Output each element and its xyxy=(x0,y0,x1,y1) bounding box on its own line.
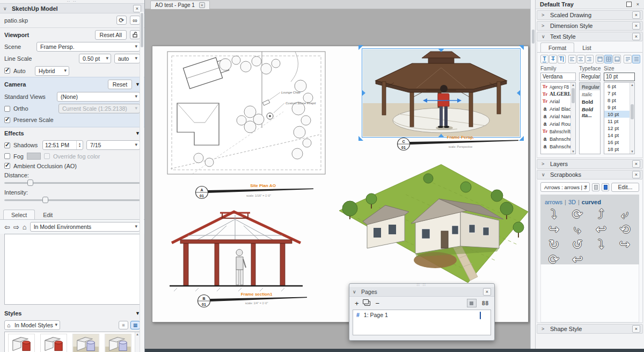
page-list-item[interactable]: # 1: Page 1 xyxy=(353,310,491,320)
back-arrow-icon[interactable]: ⇦ xyxy=(4,223,10,231)
typeface-item[interactable]: Bold xyxy=(580,98,600,105)
home-icon[interactable]: ⌂ xyxy=(23,223,27,231)
selection-handle[interactable] xyxy=(517,90,521,96)
ortho-checkbox[interactable] xyxy=(4,106,10,112)
align-center-button[interactable] xyxy=(577,55,585,63)
edit-scrapbook-button[interactable]: Edit... xyxy=(611,183,639,192)
sketchup-model-header[interactable]: ∨ SketchUp Model × xyxy=(0,3,144,13)
close-icon[interactable]: × xyxy=(634,1,642,8)
close-icon[interactable]: × xyxy=(483,288,491,296)
site-plan-viewport[interactable]: Lounge Chair Custom Stone Firepit xyxy=(160,47,334,182)
scrapbook-arrow[interactable]: ⟳ xyxy=(545,253,563,264)
add-page-button[interactable]: + xyxy=(355,299,359,307)
close-icon[interactable]: × xyxy=(632,11,640,19)
spinner-arrows-icon[interactable]: ▴▾ xyxy=(76,141,83,149)
styles-source-dropdown[interactable]: ⌂ In Model Styles xyxy=(4,320,60,330)
tab-list[interactable]: List xyxy=(574,42,599,52)
typeface-item-selected[interactable]: Regular xyxy=(580,83,600,90)
close-icon[interactable]: × xyxy=(632,22,640,30)
selection-handle[interactable] xyxy=(519,45,524,50)
render-mode-dropdown[interactable]: Hybrid xyxy=(35,66,69,76)
ambient-occlusion-checkbox-checked[interactable] xyxy=(4,163,10,169)
scrapbook-arrow[interactable]: ↪ xyxy=(616,238,634,252)
reset-all-button[interactable]: Reset All xyxy=(95,30,127,40)
scrapbook-arrow[interactable]: ⤷ xyxy=(568,222,587,236)
document-tab[interactable]: AO test - Page 1 × xyxy=(150,1,210,9)
house-render-viewport[interactable] xyxy=(336,159,529,284)
preserve-scale-checkbox-checked[interactable] xyxy=(4,117,10,123)
selection-handle[interactable] xyxy=(358,45,363,50)
selection-handle[interactable] xyxy=(362,90,365,96)
viewport-selection-frame[interactable] xyxy=(362,48,521,138)
scrapbook-arrow[interactable]: ⤵ xyxy=(545,207,563,221)
scrollbar-thumb[interactable] xyxy=(532,30,535,44)
float-window-icon[interactable] xyxy=(626,2,632,7)
canvas-vertical-scrollbar[interactable] xyxy=(530,0,536,352)
scrapbook-arrow[interactable]: ⤵ xyxy=(592,238,610,252)
scrapbook-arrow[interactable]: ⤶ xyxy=(616,207,634,221)
auto-checkbox-checked[interactable] xyxy=(4,68,10,74)
styles-list-scrollbar[interactable] xyxy=(135,332,140,352)
anchor-bottom-button[interactable] xyxy=(613,55,621,63)
section-text-style[interactable]: ∨ Text Style × xyxy=(537,32,643,41)
site-plan-callout[interactable]: A 01 Site Plan AO scale: 1/16" = 1'-0" xyxy=(194,181,318,203)
scrapbook-arrow[interactable]: ⤴ xyxy=(592,207,610,221)
breadcrumb-link[interactable]: arrows xyxy=(545,199,562,205)
frame-section-viewport[interactable] xyxy=(166,207,306,296)
style-thumbnail-item[interactable]: [Default Style]1 xyxy=(70,334,101,352)
link-model-button[interactable]: ∞ xyxy=(130,16,140,25)
distance-slider-thumb[interactable] xyxy=(27,179,33,186)
remove-page-button[interactable]: − xyxy=(376,299,380,307)
tab-edit[interactable]: Edit xyxy=(35,210,61,219)
justify-full-button[interactable] xyxy=(632,55,640,63)
style-thumbnail-item[interactable]: [HiddenLine]2 xyxy=(38,334,69,352)
style-thumbnail-item[interactable]: [HiddenLine]1 xyxy=(6,334,37,352)
text-cursor-button[interactable]: T| xyxy=(558,55,566,63)
scene-dropdown[interactable]: Frame Persp. xyxy=(36,42,140,52)
close-icon[interactable]: × xyxy=(133,5,141,12)
breadcrumb-current[interactable]: curved xyxy=(582,199,601,205)
text-color-button[interactable]: T xyxy=(540,55,548,63)
close-icon[interactable]: × xyxy=(199,2,205,8)
scrapbook-arrow[interactable]: ↩ xyxy=(568,253,587,264)
typeface-item[interactable]: Italic xyxy=(580,90,600,98)
close-icon[interactable]: × xyxy=(632,160,640,168)
presentation-monitor-icon[interactable] xyxy=(480,312,487,318)
family-list-scrollbar[interactable] xyxy=(570,83,575,154)
align-left-button[interactable] xyxy=(568,55,576,63)
close-icon[interactable]: × xyxy=(632,33,640,40)
section-scrapbooks[interactable]: ∨ Scrapbooks × xyxy=(537,170,643,179)
scrapbook-arrow[interactable]: ⟲ xyxy=(616,222,634,236)
scrapbook-page-active-button[interactable] xyxy=(602,183,609,191)
pages-list-view-button[interactable] xyxy=(467,299,477,307)
breadcrumb-link[interactable]: 3D xyxy=(568,199,576,205)
intensity-slider-thumb[interactable] xyxy=(42,197,48,203)
size-input[interactable]: 10 pt xyxy=(604,73,635,81)
shadow-date-dropdown[interactable]: 7/15 xyxy=(86,140,140,150)
frame-section-callout[interactable]: B 01 Frame section1 scale: 1/4" = 1'-0" xyxy=(196,290,309,312)
scrapbook-arrow[interactable]: ⟳ xyxy=(568,207,587,221)
refresh-model-button[interactable]: ⟳ xyxy=(116,16,127,25)
selection-handle[interactable] xyxy=(438,48,444,52)
environments-list-box[interactable] xyxy=(4,234,140,305)
style-thumbnail-item[interactable]: [Default Style]2 xyxy=(103,334,134,352)
forward-arrow-icon[interactable]: ⇨ xyxy=(13,223,19,231)
pages-panel-header[interactable]: ∨ Pages × xyxy=(349,287,494,297)
duplicate-page-icon[interactable] xyxy=(364,301,370,306)
typeface-input[interactable]: Regular xyxy=(579,73,601,81)
scrapbook-arrow[interactable]: ↺ xyxy=(568,238,587,252)
justify-button[interactable] xyxy=(624,55,632,63)
tab-format[interactable]: Format xyxy=(540,42,574,52)
anchor-center-button[interactable] xyxy=(604,55,612,63)
section-layers[interactable]: > Layers × xyxy=(537,159,643,169)
standard-views-dropdown[interactable]: (None) xyxy=(57,92,140,102)
typeface-item[interactable]: Bold Ita... xyxy=(580,105,600,119)
environments-dropdown[interactable]: In Model Environments xyxy=(30,222,140,232)
scrapbook-arrow[interactable]: ↪ xyxy=(545,222,563,236)
anchor-top-button[interactable] xyxy=(596,55,604,63)
selection-handle[interactable] xyxy=(358,136,363,141)
styles-grid-view-button[interactable]: ▦ xyxy=(130,321,140,329)
tab-select[interactable]: Select xyxy=(3,210,35,219)
fog-color-swatch[interactable] xyxy=(27,153,41,160)
left-panel-scrollbar[interactable] xyxy=(140,12,144,352)
